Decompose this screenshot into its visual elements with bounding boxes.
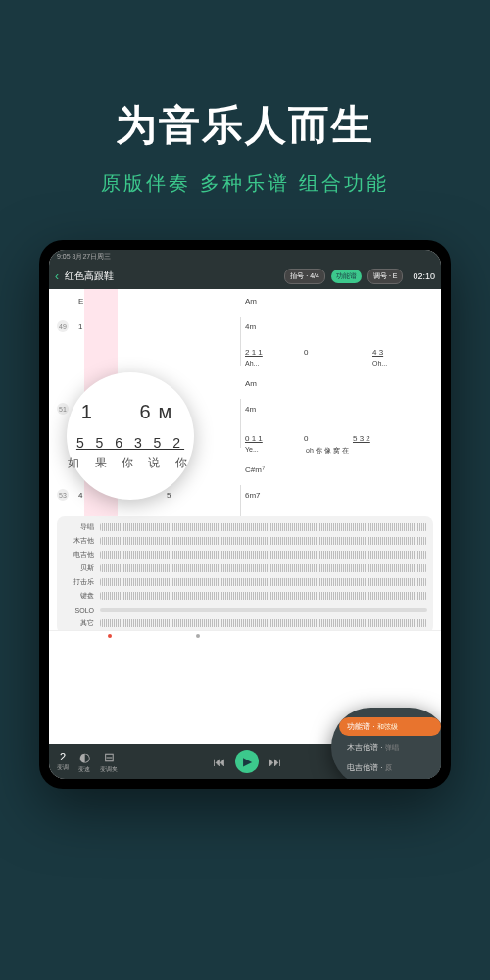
chord: C#m⁷ (245, 466, 265, 474)
measure-number: 53 (57, 489, 69, 501)
notes: 5 3 2 (353, 434, 370, 443)
status-bar: 9:05 8月27日周三 (49, 250, 441, 264)
notes: 0 (304, 348, 308, 357)
chord: E (78, 297, 83, 306)
popup-item[interactable]: 功能谱 · 和弦级 (339, 717, 441, 736)
track-row[interactable]: 木吉他 (63, 534, 427, 548)
track-row[interactable]: 打击乐 (63, 575, 427, 589)
badge-key[interactable]: 调号 · E (368, 269, 404, 284)
badge-sheet-type[interactable]: 功能谱 (331, 270, 362, 283)
measure-number: 51 (57, 403, 69, 415)
lyric: oh 你 像 窝 在 (306, 446, 349, 456)
capo-icon: ⊟ (104, 750, 115, 764)
hero-subtitle: 原版伴奏 多种乐谱 组合功能 (0, 171, 490, 197)
marker-icon (196, 634, 200, 638)
prev-icon[interactable]: ⏮ (213, 755, 225, 769)
hero-title: 为音乐人而生 (0, 98, 490, 153)
capo-control[interactable]: ⊟ 变调夹 (100, 750, 118, 774)
status-time: 9:05 8月27日周三 (57, 252, 111, 262)
song-title: 红色高跟鞋 (65, 270, 114, 283)
tablet-frame: 9:05 8月27日周三 ‹ 红色高跟鞋 拍号 · 4/4 功能谱 调号 · E… (39, 240, 451, 789)
sheet-area[interactable]: E Am 49 1 4m 2 1 1 0 4 3 Ah... Oh... Am … (49, 289, 441, 744)
zoom-magnifier: 1 6м 5 5 6 3 5 2 如 果 你 说 你 (67, 372, 194, 500)
sheet-type-popup: 功能谱 · 和弦级 木吉他谱 · 弹唱 电吉他谱 · 原 (331, 708, 441, 779)
track-row[interactable]: 电吉他 (63, 548, 427, 562)
chord-degree: 5 (167, 491, 171, 500)
ruler[interactable] (49, 630, 441, 640)
notes: 0 (304, 434, 308, 443)
track-row[interactable]: 导唱 (63, 520, 427, 534)
timecode: 02:10 (413, 271, 435, 281)
track-row[interactable]: 其它 (63, 616, 427, 630)
top-bar: ‹ 红色高跟鞋 拍号 · 4/4 功能谱 调号 · E 02:10 (49, 264, 441, 289)
chord: Am (245, 379, 257, 388)
back-icon[interactable]: ‹ (55, 270, 59, 283)
marker-icon (108, 634, 112, 638)
notes: 0 1 1 (245, 434, 263, 443)
measure-number: 49 (57, 320, 69, 332)
chord-degree: 4m (245, 405, 256, 414)
popup-item[interactable]: 木吉他谱 · 弹唱 (339, 738, 441, 757)
notes: 2 1 1 (245, 348, 263, 357)
chord-degree: 4m (245, 322, 256, 331)
gauge-icon: ◐ (79, 750, 90, 764)
track-row[interactable]: 键盘 (63, 589, 427, 603)
lyric: Ye... (245, 446, 259, 453)
track-row[interactable]: SOLO (63, 603, 427, 616)
zoom-lyrics: 如 果 你 说 你 (68, 455, 192, 471)
track-panel: 导唱 木吉他 电吉他 贝斯 打击乐 键盘 SOLO 其它 (57, 516, 433, 634)
chord-degree: 1 (78, 322, 82, 331)
chord-degree: 4 (78, 491, 82, 500)
lyric: Ah... (245, 360, 259, 367)
tempo-control[interactable]: ◐ 变速 (78, 750, 90, 774)
popup-item[interactable]: 电吉他谱 · 原 (339, 759, 441, 777)
notes: 4 3 (372, 348, 383, 357)
play-button[interactable]: ▶ (235, 750, 259, 773)
transpose-control[interactable]: 2 变调 (57, 751, 69, 772)
screen: 9:05 8月27日周三 ‹ 红色高跟鞋 拍号 · 4/4 功能谱 调号 · E… (49, 250, 441, 779)
zoom-notes: 5 5 6 3 5 2 (76, 435, 184, 451)
badge-timesig[interactable]: 拍号 · 4/4 (284, 269, 325, 284)
lyric: Oh... (372, 360, 387, 367)
track-row[interactable]: 贝斯 (63, 562, 427, 575)
next-icon[interactable]: ⏭ (269, 755, 281, 769)
chord-degree: 6m7 (245, 491, 261, 500)
chord: Am (245, 297, 257, 306)
